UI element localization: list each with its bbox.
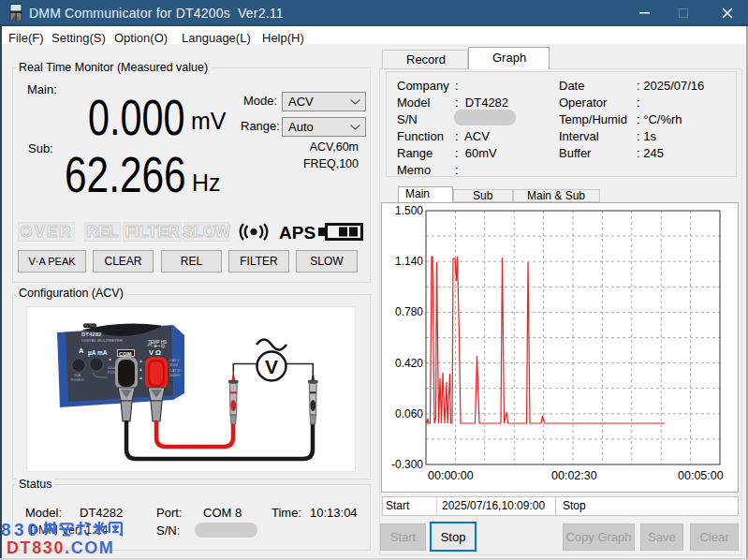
svg-text:CAT II: CAT II bbox=[169, 359, 179, 362]
svg-text:CAT III: CAT III bbox=[169, 369, 180, 373]
svg-text:V Ω: V Ω bbox=[149, 348, 161, 357]
svg-text:1.140: 1.140 bbox=[395, 255, 423, 268]
svg-text:▲: ▲ bbox=[139, 366, 143, 372]
svg-text:DT4282: DT4282 bbox=[81, 332, 102, 337]
svg-text:0.420: 0.420 bbox=[395, 357, 423, 370]
svg-text:0.060: 0.060 bbox=[395, 407, 423, 420]
svg-text:V: V bbox=[265, 356, 278, 377]
svg-text:1000V: 1000V bbox=[169, 374, 180, 377]
svg-text:A: A bbox=[79, 346, 84, 355]
svg-text:0.780: 0.780 bbox=[395, 305, 423, 318]
svg-text:300V: 300V bbox=[169, 363, 178, 367]
svg-text:▲: ▲ bbox=[108, 356, 112, 361]
svg-text:DIGITAL MULTIMETER: DIGITAL MULTIMETER bbox=[81, 338, 123, 343]
svg-text:For Max: For Max bbox=[85, 324, 96, 328]
svg-text:COM: COM bbox=[119, 351, 132, 357]
svg-text:µA mA: µA mA bbox=[88, 349, 108, 357]
svg-text:▲: ▲ bbox=[139, 375, 143, 380]
svg-text:00:00:00: 00:00:00 bbox=[428, 469, 474, 482]
svg-text:1.500: 1.500 bbox=[395, 204, 423, 217]
svg-text:-0.300: -0.300 bbox=[391, 458, 423, 471]
svg-text:00:02:30: 00:02:30 bbox=[551, 469, 597, 482]
svg-text:▲: ▲ bbox=[139, 358, 143, 363]
svg-text:00:05:00: 00:05:00 bbox=[678, 469, 724, 482]
svg-text:FUSED: FUSED bbox=[71, 377, 84, 382]
